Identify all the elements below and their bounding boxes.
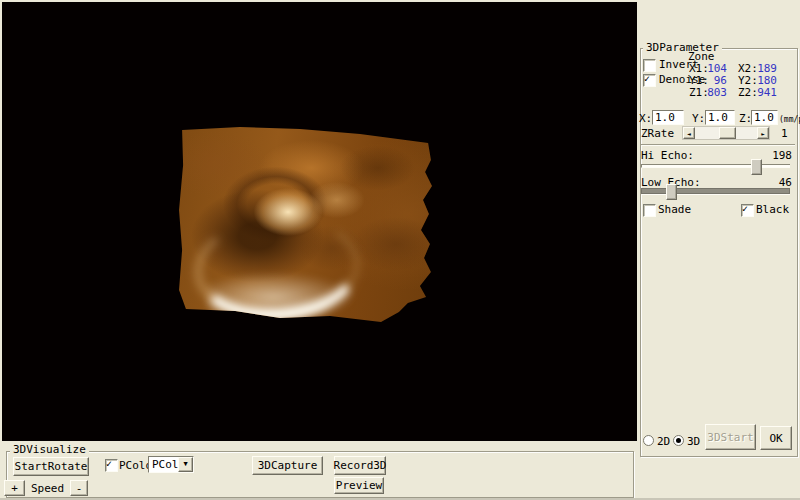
ultrasound-volume-image bbox=[178, 124, 434, 324]
radio-dot-icon bbox=[676, 438, 681, 443]
hi-echo-value: 198 bbox=[762, 150, 792, 162]
hi-echo-label: Hi Echo: bbox=[641, 150, 694, 162]
3dstart-button[interactable]: 3DStart bbox=[705, 424, 756, 450]
scale-x-label: X: bbox=[639, 113, 652, 125]
3dcapture-button[interactable]: 3DCapture bbox=[252, 456, 323, 475]
pcolor-checkbox[interactable]: ✓ bbox=[105, 459, 118, 472]
mode-2d-label: 2D bbox=[657, 436, 670, 448]
mode-3d-radio[interactable] bbox=[673, 435, 684, 446]
record3d-button[interactable]: Record3D bbox=[334, 456, 386, 475]
separator-line bbox=[641, 144, 795, 146]
speed-plus-button[interactable]: + bbox=[4, 480, 25, 496]
application-window: 3DParameter Invert ✓ Denoise Zone X1: 10… bbox=[0, 0, 800, 500]
zone-z1-value: 803 bbox=[705, 87, 727, 99]
zone-z2-value: 941 bbox=[755, 87, 777, 99]
scale-unit-label: (mm/p) bbox=[779, 114, 800, 126]
black-label: Black bbox=[756, 204, 789, 216]
low-echo-slider-thumb[interactable] bbox=[666, 184, 677, 200]
zrate-scrollbar[interactable]: ◄ ► bbox=[682, 126, 770, 140]
scale-z-input[interactable] bbox=[751, 110, 778, 125]
scroll-right-icon[interactable]: ► bbox=[757, 127, 769, 139]
visualize-groupbox-title: 3DVisualize bbox=[10, 444, 89, 456]
scale-x-input[interactable] bbox=[652, 110, 684, 125]
chevron-down-icon[interactable]: ▼ bbox=[178, 457, 193, 472]
low-echo-slider-track[interactable] bbox=[641, 188, 790, 194]
hi-echo-slider-thumb[interactable] bbox=[751, 159, 762, 175]
zrate-value: 1 bbox=[781, 128, 788, 140]
hi-echo-slider-track[interactable] bbox=[641, 164, 790, 168]
denoise-checkbox[interactable]: ✓ bbox=[643, 74, 656, 87]
check-icon: ✓ bbox=[742, 204, 748, 214]
zrate-scrollbar-thumb[interactable] bbox=[719, 127, 736, 139]
shade-label: Shade bbox=[658, 204, 691, 216]
ok-button[interactable]: OK bbox=[760, 426, 792, 450]
scale-y-input[interactable] bbox=[705, 110, 735, 125]
speed-minus-button[interactable]: - bbox=[70, 480, 88, 496]
invert-checkbox[interactable] bbox=[643, 59, 656, 72]
zrate-label: ZRate bbox=[641, 128, 674, 140]
check-icon: ✓ bbox=[106, 459, 112, 469]
mode-2d-radio[interactable] bbox=[643, 435, 654, 446]
preview-button[interactable]: Preview bbox=[334, 477, 384, 494]
start-rotate-button[interactable]: StartRotate bbox=[13, 457, 89, 476]
scale-y-label: Y: bbox=[692, 113, 705, 125]
speed-label: Speed bbox=[31, 483, 64, 495]
mode-3d-label: 3D bbox=[687, 436, 700, 448]
shade-checkbox[interactable] bbox=[643, 204, 656, 217]
check-icon: ✓ bbox=[644, 74, 650, 84]
pcolor-dropdown[interactable]: PColor ▼ bbox=[148, 456, 194, 473]
scroll-left-icon[interactable]: ◄ bbox=[683, 127, 695, 139]
render-viewport[interactable] bbox=[2, 2, 637, 441]
black-checkbox[interactable]: ✓ bbox=[741, 204, 754, 217]
